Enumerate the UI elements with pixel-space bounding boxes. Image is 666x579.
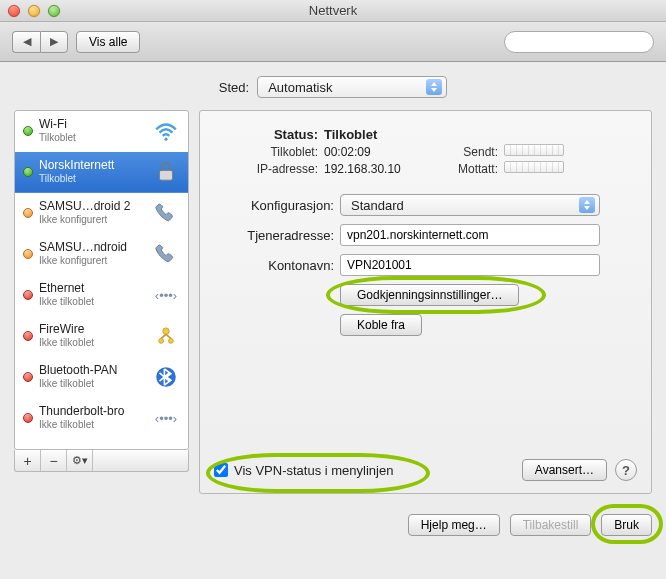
ethernet-icon: ‹•••› — [152, 404, 180, 432]
show-status-checkbox-wrap[interactable]: Vis VPN-status i menylinjen — [214, 463, 393, 478]
status-dot-icon — [23, 290, 33, 300]
recv-meter-icon — [504, 161, 564, 173]
sent-label: Sendt: — [444, 145, 504, 159]
sidebar-item-text: FireWireIkke tilkoblet — [39, 323, 146, 348]
network-gear-button[interactable]: ⚙︎▾ — [67, 450, 93, 471]
account-input[interactable] — [340, 254, 600, 276]
svg-line-8 — [161, 334, 166, 338]
status-dot-icon — [23, 249, 33, 259]
sidebar-item-name: SAMSU…ndroid — [39, 241, 146, 255]
config-form: Konfigurasjon: Standard Tjeneradresse: K… — [214, 194, 637, 336]
sidebar-item-status: Ikke tilkoblet — [39, 296, 146, 308]
toolbar: ◀ ▶ Vis alle — [0, 22, 666, 62]
window-footer: Hjelp meg… Tilbakestill Bruk — [0, 504, 666, 548]
ip-label: IP-adresse: — [214, 162, 324, 176]
sidebar-item-status: Ikke tilkoblet — [39, 337, 146, 349]
nav-segment: ◀ ▶ — [12, 31, 68, 53]
status-dot-icon — [23, 167, 33, 177]
sidebar-item-text: Wi-FiTilkoblet — [39, 118, 146, 143]
connected-label: Tilkoblet: — [214, 145, 324, 159]
status-dot-icon — [23, 413, 33, 423]
sidebar-item-ethernet[interactable]: Thunderbolt-broIkke tilkoblet‹•••› — [15, 398, 188, 439]
help-button[interactable]: ? — [615, 459, 637, 481]
sidebar-item-status: Ikke tilkoblet — [39, 378, 146, 390]
sidebar-item-lock[interactable]: NorskInternettTilkoblet — [15, 152, 188, 193]
search-field[interactable] — [504, 31, 654, 53]
svg-rect-3 — [160, 170, 173, 180]
sidebar-item-name: Bluetooth-PAN — [39, 364, 146, 378]
server-input[interactable] — [340, 224, 600, 246]
window-title: Nettverk — [0, 3, 666, 18]
bluetooth-icon — [152, 363, 180, 391]
sidebar-item-firewire[interactable]: FireWireIkke tilkoblet — [15, 316, 188, 357]
location-select[interactable]: Automatisk — [257, 76, 447, 98]
location-row: Sted: Automatisk — [14, 76, 652, 98]
help-me-button[interactable]: Hjelp meg… — [408, 514, 500, 536]
recv-label: Mottatt: — [444, 162, 504, 176]
location-value: Automatisk — [268, 80, 332, 95]
sidebar-item-ethernet[interactable]: EthernetIkke tilkoblet‹•••› — [15, 275, 188, 316]
sent-meter-icon — [504, 144, 564, 156]
config-value: Standard — [351, 198, 404, 213]
forward-button[interactable]: ▶ — [40, 31, 68, 53]
sidebar: Wi-FiTilkobletNorskInternettTilkobletSAM… — [14, 110, 189, 494]
location-label: Sted: — [219, 80, 249, 95]
account-label: Kontonavn: — [214, 258, 334, 273]
status-value: Tilkoblet — [324, 127, 444, 142]
details-panel: Status: Tilkoblet Tilkoblet: 00:02:09 Se… — [199, 110, 652, 494]
ethernet-icon: ‹•••› — [152, 281, 180, 309]
svg-point-2 — [164, 138, 167, 141]
sidebar-item-name: Wi-Fi — [39, 118, 146, 132]
remove-network-button[interactable]: − — [41, 450, 67, 471]
connected-value: 00:02:09 — [324, 145, 444, 159]
show-status-checkbox[interactable] — [214, 463, 228, 477]
sidebar-item-name: FireWire — [39, 323, 146, 337]
show-status-label: Vis VPN-status i menylinjen — [234, 463, 393, 478]
sidebar-item-text: SAMSU…droid 2Ikke konfigurert — [39, 200, 146, 225]
disconnect-button[interactable]: Koble fra — [340, 314, 422, 336]
config-label: Konfigurasjon: — [214, 198, 334, 213]
revert-button[interactable]: Tilbakestill — [510, 514, 592, 536]
sidebar-item-status: Ikke tilkoblet — [39, 419, 146, 431]
svg-text:‹•••›: ‹•••› — [155, 288, 177, 303]
sidebar-item-status: Ikke konfigurert — [39, 255, 146, 267]
add-network-button[interactable]: + — [15, 450, 41, 471]
auth-settings-button[interactable]: Godkjenningsinnstillinger… — [340, 284, 519, 306]
sidebar-item-status: Tilkoblet — [39, 132, 146, 144]
advanced-button[interactable]: Avansert… — [522, 459, 607, 481]
svg-text:‹•••›: ‹•••› — [155, 411, 177, 426]
back-button[interactable]: ◀ — [12, 31, 40, 53]
firewire-icon — [152, 322, 180, 350]
svg-point-5 — [163, 328, 170, 335]
lock-icon — [152, 158, 180, 186]
chevron-updown-icon — [579, 197, 595, 213]
sidebar-item-wifi[interactable]: Wi-FiTilkoblet — [15, 111, 188, 152]
config-select[interactable]: Standard — [340, 194, 600, 216]
sidebar-footer: + − ⚙︎▾ — [14, 450, 189, 472]
sidebar-item-text: NorskInternettTilkoblet — [39, 159, 146, 184]
sidebar-item-text: Thunderbolt-broIkke tilkoblet — [39, 405, 146, 430]
sidebar-item-phone[interactable]: SAMSU…droid 2Ikke konfigurert — [15, 193, 188, 234]
status-grid: Status: Tilkoblet Tilkoblet: 00:02:09 Se… — [214, 127, 637, 176]
server-label: Tjeneradresse: — [214, 228, 334, 243]
wifi-icon — [152, 117, 180, 145]
ip-value: 192.168.30.10 — [324, 162, 444, 176]
sidebar-item-status: Ikke konfigurert — [39, 214, 146, 226]
svg-point-7 — [168, 338, 173, 343]
sidebar-item-name: Thunderbolt-bro — [39, 405, 146, 419]
status-dot-icon — [23, 126, 33, 136]
apply-button[interactable]: Bruk — [601, 514, 652, 536]
sidebar-item-phone[interactable]: SAMSU…ndroidIkke konfigurert — [15, 234, 188, 275]
show-all-button[interactable]: Vis alle — [76, 31, 140, 53]
svg-line-9 — [166, 334, 171, 338]
panel-bottom-row: Vis VPN-status i menylinjen Avansert… ? — [214, 459, 637, 481]
sidebar-item-name: SAMSU…droid 2 — [39, 200, 146, 214]
phone-icon — [152, 240, 180, 268]
chevron-updown-icon — [426, 79, 442, 95]
search-input[interactable] — [517, 35, 651, 49]
status-dot-icon — [23, 372, 33, 382]
svg-point-6 — [159, 338, 164, 343]
sidebar-item-bluetooth[interactable]: Bluetooth-PANIkke tilkoblet — [15, 357, 188, 398]
status-label: Status: — [214, 127, 324, 142]
titlebar: Nettverk — [0, 0, 666, 22]
